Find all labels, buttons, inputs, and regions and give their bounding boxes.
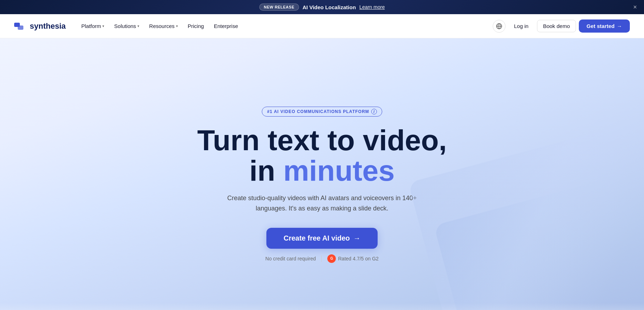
hero-subtitle: Create studio-quality videos with AI ava… [219,193,425,214]
logo-icon [14,21,27,31]
nav-item-pricing[interactable]: Pricing [183,20,208,32]
banner-title: AI Video Localization [303,4,356,10]
get-started-label: Get started [587,23,615,29]
svg-rect-1 [18,26,23,30]
nav-item-enterprise[interactable]: Enterprise [210,20,242,32]
nav-item-resources[interactable]: Resources ▾ [145,20,182,32]
nav-item-solutions-label: Solutions [114,23,136,29]
hero-title-line1: Turn text to video, [197,124,447,156]
hero-badge-text: #1 AI VIDEO COMMUNICATIONS PLATFORM [267,109,369,114]
navbar: synthesia Platform ▾ Solutions ▾ Resourc… [0,14,644,38]
chevron-down-icon: ▾ [102,24,104,28]
nav-item-enterprise-label: Enterprise [214,23,238,29]
nav-item-resources-label: Resources [149,23,175,29]
info-icon[interactable]: i [371,109,377,114]
meta-divider [321,255,322,262]
cta-arrow-icon: → [354,234,361,242]
g2-rating: G Rated 4.7/5 on G2 [327,254,378,263]
banner-badge: NEW RELEASE [259,4,299,11]
banner-learn-more-link[interactable]: Learn more [360,4,385,10]
hero-cta: Create free AI video → No credit card re… [265,228,379,263]
hero-title-line2-highlight: minutes [283,154,395,187]
chevron-down-icon: ▾ [176,24,178,28]
nav-item-pricing-label: Pricing [188,23,204,29]
language-selector-button[interactable] [493,20,505,33]
chevron-down-icon: ▾ [137,24,139,28]
nav-right: Log in Book demo Get started → [493,19,630,33]
login-button[interactable]: Log in [508,20,534,32]
no-credit-card-text: No credit card required [265,256,316,261]
hero-title-line2-plain: in [249,154,283,187]
banner-close-button[interactable]: × [633,4,637,10]
nav-item-platform[interactable]: Platform ▾ [77,20,109,32]
hero-section: #1 AI VIDEO COMMUNICATIONS PLATFORM i Tu… [0,38,644,310]
hero-meta: No credit card required G Rated 4.7/5 on… [265,254,379,263]
cta-label: Create free AI video [283,234,350,242]
g2-logo-icon: G [327,254,336,263]
hero-title: Turn text to video, in minutes [197,125,447,186]
hero-badge: #1 AI VIDEO COMMUNICATIONS PLATFORM i [262,107,382,117]
book-demo-button[interactable]: Book demo [537,20,576,32]
get-started-arrow-icon: → [617,23,622,29]
get-started-button[interactable]: Get started → [579,19,630,33]
logo-text: synthesia [30,22,66,31]
top-banner: NEW RELEASE AI Video Localization Learn … [0,0,644,14]
globe-icon [496,23,502,29]
create-free-video-button[interactable]: Create free AI video → [266,228,377,249]
nav-left: synthesia Platform ▾ Solutions ▾ Resourc… [14,20,242,32]
hero-bottom-fade [0,303,644,310]
nav-items: Platform ▾ Solutions ▾ Resources ▾ Prici… [77,20,243,32]
nav-item-platform-label: Platform [81,23,101,29]
nav-item-solutions[interactable]: Solutions ▾ [110,20,143,32]
g2-rating-text: Rated 4.7/5 on G2 [338,256,378,261]
logo[interactable]: synthesia [14,21,66,31]
